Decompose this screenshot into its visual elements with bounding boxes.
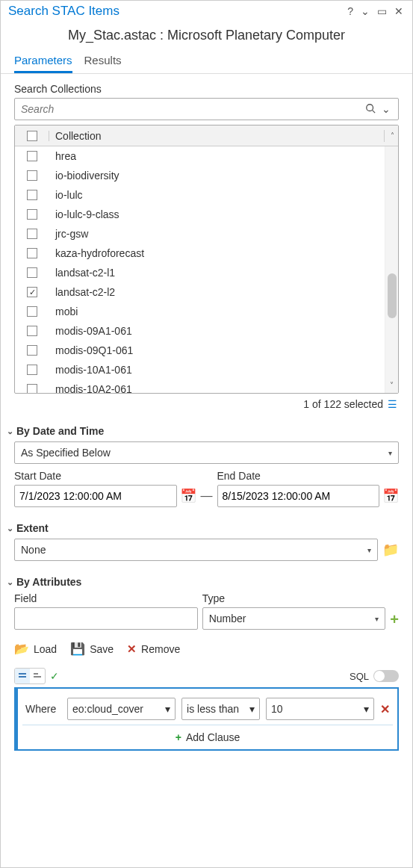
collection-name: io-lulc-9-class — [49, 208, 385, 220]
builder-mode-icon[interactable] — [15, 669, 30, 683]
scroll-down-icon[interactable]: ˅ — [385, 381, 398, 393]
selection-list-icon[interactable]: ☰ — [388, 398, 397, 410]
table-row[interactable]: hrea — [15, 146, 385, 166]
tab-bar: Parameters Results — [1, 51, 412, 74]
search-collections-label: Search Collections — [14, 83, 399, 95]
close-icon[interactable]: ✕ — [393, 5, 405, 17]
tab-parameters[interactable]: Parameters — [14, 51, 72, 73]
search-stac-panel: Search STAC Items ? ⌄ ▭ ✕ My_Stac.astac … — [0, 0, 413, 868]
caret-down-icon: ▾ — [388, 449, 392, 457]
calendar-icon[interactable]: 📅 — [382, 488, 399, 504]
window-title: Search STAC Items — [8, 4, 346, 19]
start-date-label: Start Date — [14, 470, 196, 482]
clause-field-value: eo:cloud_cover — [72, 703, 143, 715]
remove-clause-button[interactable]: ✕ — [380, 702, 390, 716]
type-select[interactable]: Number ▾ — [202, 607, 386, 630]
remove-button[interactable]: ✕ Remove — [127, 642, 180, 656]
collection-column-header[interactable]: Collection — [49, 130, 385, 142]
date-mode-value: As Specified Below — [21, 447, 111, 459]
row-checkbox[interactable] — [27, 151, 37, 161]
validate-icon[interactable]: ✓ — [50, 670, 59, 682]
extent-select[interactable]: None ▾ — [14, 539, 378, 561]
section-date-time-label: By Date and Time — [16, 425, 104, 437]
table-row[interactable]: kaza-hydroforecast — [15, 244, 385, 263]
start-date-input[interactable] — [14, 485, 177, 507]
table-row[interactable]: io-lulc-9-class — [15, 205, 385, 224]
clause-value-select[interactable]: 10 ▾ — [266, 698, 374, 720]
table-row[interactable]: modis-10A2-061 — [15, 379, 385, 393]
load-button[interactable]: 📂 Load — [14, 642, 57, 656]
chevron-down-icon: ⌄ — [7, 577, 13, 587]
caret-down-icon: ▾ — [375, 615, 379, 623]
collection-search-input[interactable] — [19, 102, 362, 116]
save-button[interactable]: 💾 Save — [70, 642, 114, 656]
field-label: Field — [14, 592, 198, 604]
row-checkbox[interactable] — [27, 190, 37, 200]
scroll-up-icon[interactable]: ˄ — [391, 131, 394, 140]
svg-rect-5 — [34, 676, 41, 678]
section-extent[interactable]: ⌄ Extent — [7, 518, 399, 539]
save-label: Save — [90, 643, 114, 655]
caret-down-icon: ▾ — [165, 703, 170, 715]
expression-mode-toggle[interactable] — [14, 668, 46, 684]
collections-scrollbar[interactable]: ˅ — [385, 146, 398, 393]
search-icon[interactable] — [362, 103, 379, 116]
type-label: Type — [202, 592, 386, 604]
table-row[interactable]: modis-10A1-061 — [15, 360, 385, 379]
table-row[interactable]: jrc-gsw — [15, 224, 385, 244]
caret-down-icon: ▾ — [249, 703, 255, 715]
row-checkbox[interactable] — [27, 365, 37, 375]
row-checkbox[interactable] — [27, 170, 37, 181]
row-checkbox[interactable] — [27, 345, 37, 356]
help-icon[interactable]: ? — [346, 5, 355, 17]
row-checkbox[interactable] — [27, 229, 37, 239]
add-field-button[interactable]: + — [390, 611, 399, 630]
table-row[interactable]: modis-09A1-061 — [15, 321, 385, 341]
end-date-input[interactable] — [217, 485, 380, 507]
calendar-icon[interactable]: 📅 — [180, 488, 196, 504]
menu-chevron-icon[interactable]: ⌄ — [359, 5, 371, 17]
row-checkbox[interactable] — [27, 267, 37, 278]
scroll-thumb[interactable] — [388, 273, 397, 318]
svg-point-0 — [367, 104, 373, 111]
clause-operator-select[interactable]: is less than ▾ — [181, 698, 260, 720]
row-checkbox[interactable] — [27, 326, 37, 336]
svg-line-1 — [373, 110, 376, 113]
collection-name: landsat-c2-l2 — [49, 286, 385, 298]
row-checkbox[interactable] — [27, 306, 37, 317]
where-clause-row: Where eo:cloud_cover ▾ is less than ▾ 10… — [22, 693, 393, 725]
clause-field-select[interactable]: eo:cloud_cover ▾ — [67, 698, 176, 720]
sql-toggle[interactable] — [373, 670, 399, 682]
titlebar: Search STAC Items ? ⌄ ▭ ✕ — [1, 1, 412, 22]
tab-results[interactable]: Results — [84, 51, 122, 73]
table-row[interactable]: landsat-c2-l1 — [15, 263, 385, 282]
collection-name: modis-09Q1-061 — [49, 344, 385, 356]
section-date-time[interactable]: ⌄ By Date and Time — [7, 421, 399, 441]
select-all-checkbox[interactable] — [27, 131, 37, 141]
row-checkbox[interactable] — [27, 384, 37, 393]
row-checkbox[interactable] — [27, 287, 37, 297]
date-mode-select[interactable]: As Specified Below ▾ — [14, 441, 399, 464]
text-mode-icon[interactable] — [30, 669, 45, 683]
table-row[interactable]: landsat-c2-l2 — [15, 282, 385, 302]
row-checkbox[interactable] — [27, 209, 37, 220]
add-clause-button[interactable]: + Add Clause — [22, 725, 393, 745]
selection-count-text: 1 of 122 selected — [303, 398, 383, 410]
maximize-icon[interactable]: ▭ — [376, 5, 388, 17]
collection-search-row: ⌄ — [14, 98, 399, 120]
table-row[interactable]: io-biodiversity — [15, 166, 385, 185]
load-label: Load — [34, 643, 57, 655]
table-row[interactable]: modis-09Q1-061 — [15, 341, 385, 360]
row-checkbox[interactable] — [27, 248, 37, 258]
table-row[interactable]: mobi — [15, 302, 385, 321]
browse-folder-icon[interactable]: 📁 — [382, 542, 399, 558]
collection-name: landsat-c2-l1 — [49, 267, 385, 279]
section-attributes[interactable]: ⌄ By Attributes — [7, 571, 399, 592]
field-input[interactable] — [14, 607, 198, 630]
clause-operator-value: is less than — [187, 703, 239, 715]
end-date-label: End Date — [217, 470, 400, 482]
collection-name: io-lulc — [49, 189, 385, 201]
table-row[interactable]: io-lulc — [15, 185, 385, 205]
caret-down-icon: ▾ — [367, 546, 371, 554]
search-dropdown-icon[interactable]: ⌄ — [379, 103, 394, 115]
